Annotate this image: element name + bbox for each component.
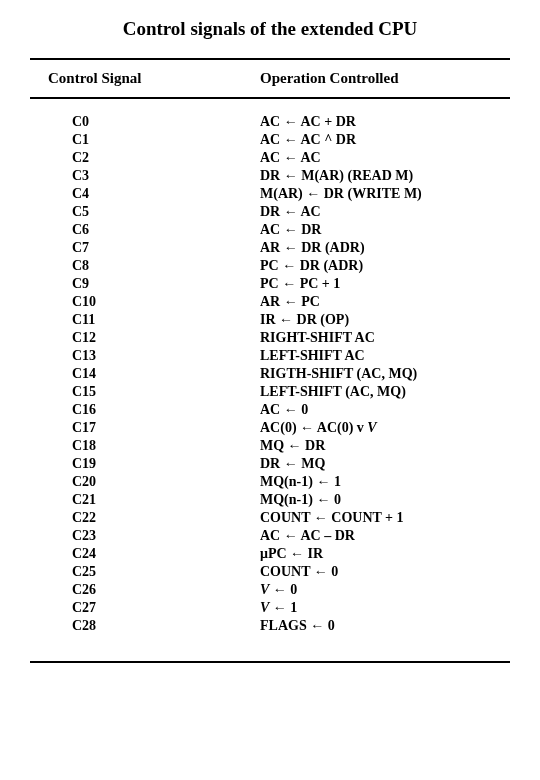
signal-cell: C25 [30,563,260,581]
table-row: C22COUNT ← COUNT + 1 [30,509,510,527]
table-row: C5DR ← AC [30,203,510,221]
signal-cell: C11 [30,311,260,329]
signal-cell: C10 [30,293,260,311]
table-row: C1AC ← AC ^ DR [30,131,510,149]
operation-cell: COUNT ← 0 [260,563,510,581]
operation-cell: DR ← AC [260,203,510,221]
signal-cell: C4 [30,185,260,203]
page-title: Control signals of the extended CPU [30,18,510,40]
table-body: C0AC ← AC + DRC1AC ← AC ^ DRC2AC ← ACC3D… [30,99,510,661]
signal-cell: C26 [30,581,260,599]
header-left: Control Signal [30,70,260,87]
operation-cell: IR ← DR (OP) [260,311,510,329]
table-row: C23AC ← AC – DR [30,527,510,545]
operation-cell: MQ ← DR [260,437,510,455]
signal-cell: C7 [30,239,260,257]
table-row: C3DR ← M(AR) (READ M) [30,167,510,185]
signal-cell: C19 [30,455,260,473]
operation-cell: PC ← DR (ADR) [260,257,510,275]
operation-cell: COUNT ← COUNT + 1 [260,509,510,527]
signal-cell: C14 [30,365,260,383]
signal-cell: C27 [30,599,260,617]
signal-cell: C9 [30,275,260,293]
table-row: C6AC ← DR [30,221,510,239]
operation-cell: AC ← AC ^ DR [260,131,510,149]
signal-cell: C21 [30,491,260,509]
operation-cell: M(AR) ← DR (WRITE M) [260,185,510,203]
operation-cell: MQ(n-1) ← 1 [260,473,510,491]
operation-cell: AR ← PC [260,293,510,311]
signal-cell: C16 [30,401,260,419]
table-row: C16AC ← 0 [30,401,510,419]
table-row: C4M(AR) ← DR (WRITE M) [30,185,510,203]
table-row: C11IR ← DR (OP) [30,311,510,329]
signal-cell: C8 [30,257,260,275]
signal-cell: C18 [30,437,260,455]
operation-cell: AC ← AC + DR [260,113,510,131]
signal-cell: C0 [30,113,260,131]
table-row: C17AC(0) ← AC(0) v V [30,419,510,437]
signal-cell: C23 [30,527,260,545]
table-row: C14RIGTH-SHIFT (AC, MQ) [30,365,510,383]
signal-cell: C2 [30,149,260,167]
operation-cell: AC ← AC [260,149,510,167]
signal-cell: C6 [30,221,260,239]
operation-cell: MQ(n-1) ← 0 [260,491,510,509]
operation-cell: DR ← MQ [260,455,510,473]
signal-cell: C28 [30,617,260,635]
table-row: C28FLAGS ← 0 [30,617,510,635]
table-row: C0AC ← AC + DR [30,113,510,131]
operation-cell: FLAGS ← 0 [260,617,510,635]
signal-cell: C12 [30,329,260,347]
signal-cell: C13 [30,347,260,365]
signal-cell: C5 [30,203,260,221]
table-row: C18MQ ← DR [30,437,510,455]
table-row: C24μPC ← IR [30,545,510,563]
table-row: C15LEFT-SHIFT (AC, MQ) [30,383,510,401]
signal-cell: C24 [30,545,260,563]
table-row: C2AC ← AC [30,149,510,167]
signal-cell: C3 [30,167,260,185]
operation-cell: V ← 1 [260,599,510,617]
table-row: C7AR ← DR (ADR) [30,239,510,257]
header-right: Operation Controlled [260,70,510,87]
operation-cell: AR ← DR (ADR) [260,239,510,257]
signal-cell: C15 [30,383,260,401]
operation-cell: DR ← M(AR) (READ M) [260,167,510,185]
operation-cell: AC ← DR [260,221,510,239]
table-row: C12RIGHT-SHIFT AC [30,329,510,347]
table-row: C27V ← 1 [30,599,510,617]
operation-cell: AC(0) ← AC(0) v V [260,419,510,437]
signal-cell: C20 [30,473,260,491]
table-row: C9PC ← PC + 1 [30,275,510,293]
table-header: Control Signal Operation Controlled [30,60,510,97]
table-row: C13LEFT-SHIFT AC [30,347,510,365]
operation-cell: PC ← PC + 1 [260,275,510,293]
signal-cell: C1 [30,131,260,149]
table-row: C20MQ(n-1) ← 1 [30,473,510,491]
operation-cell: RIGTH-SHIFT (AC, MQ) [260,365,510,383]
table-row: C8PC ← DR (ADR) [30,257,510,275]
table-row: C25COUNT ← 0 [30,563,510,581]
signal-cell: C17 [30,419,260,437]
operation-cell: AC ← 0 [260,401,510,419]
table-row: C10AR ← PC [30,293,510,311]
table-row: C26V ← 0 [30,581,510,599]
operation-cell: LEFT-SHIFT (AC, MQ) [260,383,510,401]
operation-cell: RIGHT-SHIFT AC [260,329,510,347]
table-row: C19DR ← MQ [30,455,510,473]
table-row: C21MQ(n-1) ← 0 [30,491,510,509]
page: Control signals of the extended CPU Cont… [0,0,540,683]
operation-cell: μPC ← IR [260,545,510,563]
operation-cell: AC ← AC – DR [260,527,510,545]
signal-cell: C22 [30,509,260,527]
bottom-rule [30,661,510,663]
operation-cell: LEFT-SHIFT AC [260,347,510,365]
operation-cell: V ← 0 [260,581,510,599]
